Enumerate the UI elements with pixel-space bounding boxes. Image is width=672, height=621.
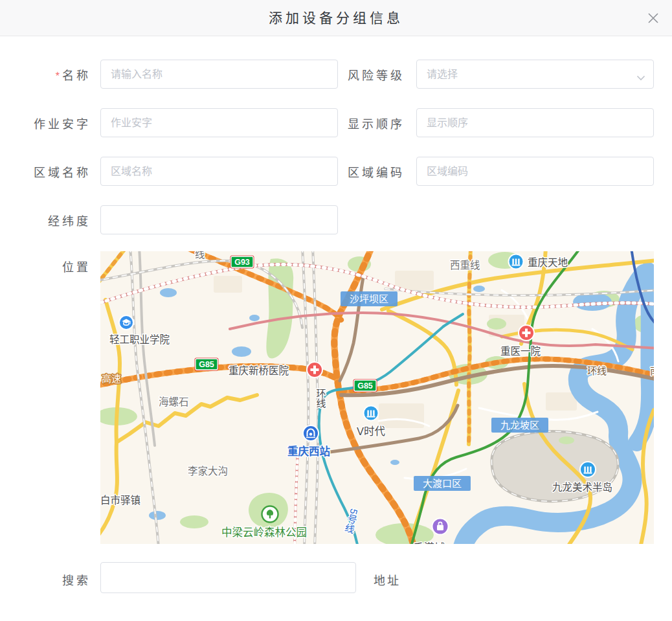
name-label: *名称	[13, 66, 91, 83]
poi-label-hailuoshi: 海螺石	[159, 396, 189, 407]
rail-label-fragment: 线	[195, 251, 205, 260]
park-tree-icon	[262, 506, 278, 523]
road-label-huanxian-east: 环线	[587, 365, 607, 376]
area-code-input[interactable]	[416, 157, 654, 186]
road-label-fragment-nan: 南	[650, 365, 654, 376]
map-canvas: G93 G85 G85 沙坪坝区	[100, 251, 654, 544]
work-code-label: 作业安字	[13, 115, 91, 131]
district-label-shapingba: 沙坪坝区	[341, 291, 398, 306]
poi-label-chongyi: 重医一院	[500, 345, 541, 357]
area-name-label: 区域名称	[13, 163, 91, 180]
area-code-label: 区域编码	[322, 163, 405, 180]
district-label-dadukou: 大渡口区	[414, 476, 471, 491]
search-input[interactable]	[100, 562, 356, 593]
poi-label-lijiadagou: 李家大沟	[188, 466, 228, 477]
lat-lng-label: 经纬度	[13, 212, 91, 229]
hospital-cross-icon	[519, 325, 534, 341]
poi-label-vtimes: V时代	[357, 425, 386, 437]
poi-label-hk-city: 香港城	[413, 542, 445, 544]
display-order-label: 显示顺序	[322, 115, 405, 131]
add-device-group-dialog: 添加设备分组信息 *名称 风险等级 作业安字 显示顺序 区域名称 区域编码 经纬…	[0, 0, 672, 621]
road-label-gaosu: 高速	[102, 373, 121, 384]
name-input[interactable]	[100, 60, 338, 89]
train-station-icon	[303, 425, 319, 441]
museum-icon	[364, 406, 379, 421]
poi-label-west-station: 重庆西站	[287, 445, 331, 457]
area-name-input[interactable]	[100, 157, 338, 186]
hospital-cross-icon	[307, 362, 322, 378]
required-mark: *	[56, 71, 60, 82]
expressway-badge-g85-west: G85	[195, 358, 219, 371]
expressway-badge-g85-center: G85	[353, 379, 377, 392]
svg-text:G85: G85	[357, 381, 373, 390]
poi-label-xinqiao: 重庆新桥医院	[229, 365, 289, 376]
risk-level-label: 风险等级	[322, 66, 405, 83]
risk-level-select[interactable]	[416, 60, 654, 89]
shopping-bag-icon	[432, 519, 449, 535]
poi-label-forest-park: 中梁云岭森林公园	[221, 526, 307, 538]
rail-label-xizhong: 西重线	[450, 260, 480, 271]
address-label: 地址	[374, 571, 401, 588]
poi-label-tiandi: 重庆天地	[528, 257, 568, 268]
svg-text:沙坪坝区: 沙坪坝区	[350, 293, 388, 304]
lat-lng-input[interactable]	[100, 205, 338, 234]
poi-label-art-peninsula: 九龙美术半岛	[552, 482, 612, 493]
expressway-badge-g93: G93	[230, 256, 254, 269]
svg-text:九龙坡区: 九龙坡区	[500, 420, 539, 431]
display-order-input[interactable]	[416, 108, 654, 137]
school-icon	[119, 315, 133, 330]
museum-icon	[580, 462, 596, 477]
dialog-header: 添加设备分组信息	[0, 0, 672, 36]
road-label-huanxian-center: 环线	[315, 389, 326, 408]
work-code-input[interactable]	[100, 108, 338, 137]
poi-label-baishiyi: 白市驿镇	[100, 495, 140, 506]
dialog-title: 添加设备分组信息	[0, 0, 672, 36]
location-map[interactable]: G93 G85 G85 沙坪坝区	[100, 251, 654, 544]
close-icon[interactable]	[647, 12, 659, 24]
museum-icon	[509, 254, 524, 269]
search-label: 搜索	[13, 571, 91, 588]
risk-level-select-input[interactable]	[416, 60, 654, 89]
svg-text:G93: G93	[234, 258, 250, 267]
poi-label-qinggong: 轻工职业学院	[109, 333, 170, 345]
location-label: 位置	[13, 258, 91, 275]
svg-text:G85: G85	[199, 360, 214, 369]
district-label-jiulongpo: 九龙坡区	[491, 418, 548, 433]
svg-text:大渡口区: 大渡口区	[423, 478, 462, 489]
